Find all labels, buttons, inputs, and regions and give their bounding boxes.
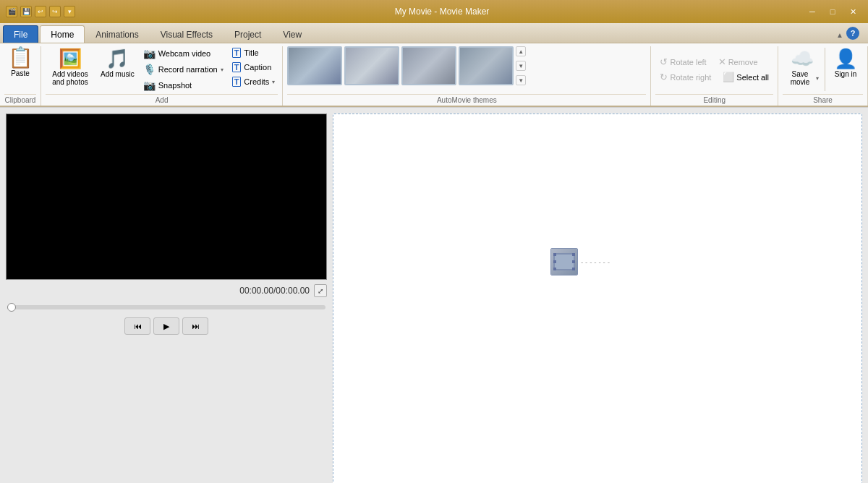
timeline-panel[interactable]: - - - - - - - <box>333 114 862 483</box>
microphone-icon: 🎙️ <box>143 64 156 75</box>
record-narration-button[interactable]: 🎙️ Record narration ▾ <box>140 62 226 77</box>
rotate-left-icon: ↺ <box>660 56 668 67</box>
forward-button[interactable]: ⏭ <box>182 317 208 335</box>
save-movie-button[interactable]: ☁️ Save movie ▾ <box>783 46 822 87</box>
svg-rect-4 <box>553 268 556 270</box>
undo-icon[interactable]: ↩ <box>35 6 46 17</box>
timeline-thumb-image <box>551 249 577 275</box>
remove-icon: ✕ <box>718 56 726 67</box>
redo-icon[interactable]: ↪ <box>49 6 61 17</box>
ribbon-content: 📋 Paste Clipboard 🖼️ Add videos and phot… <box>0 43 868 107</box>
help-button[interactable]: ? <box>846 27 859 40</box>
add-text-buttons: T Title T Caption T Credits ▾ <box>229 46 278 88</box>
seekbar-container <box>6 302 327 312</box>
snapshot-button[interactable]: 📷 Snapshot <box>140 78 226 93</box>
svg-rect-3 <box>553 260 556 263</box>
rotate-left-button[interactable]: ↺ Rotate left <box>655 55 710 69</box>
clipboard-group: 📋 Paste Clipboard <box>0 46 41 106</box>
caption-icon: T <box>232 62 242 72</box>
play-icon: ▶ <box>163 322 169 331</box>
quick-save-icon[interactable]: 💾 <box>20 6 32 17</box>
film-strip-icon <box>553 253 575 270</box>
share-group: ☁️ Save movie ▾ 👤 Sign in Share <box>778 46 868 106</box>
theme-scroll-down[interactable]: ▼ <box>516 61 526 71</box>
add-group: 🖼️ Add videos and photos 🎵 Add music 📷 W… <box>41 46 283 106</box>
paste-icon: 📋 <box>8 48 33 68</box>
caption-button[interactable]: T Caption <box>229 61 278 74</box>
editing-group: ↺ Rotate left ✕ Remove ↻ Rotate right ⬜ <box>651 46 778 106</box>
save-movie-dropdown[interactable]: ▾ <box>816 75 819 82</box>
select-all-button[interactable]: ⬜ Select all <box>718 70 773 84</box>
tab-home[interactable]: Home <box>40 25 85 43</box>
credits-icon: T <box>232 77 242 87</box>
rewind-button[interactable]: ⏮ <box>124 317 150 335</box>
tab-animations[interactable]: Animations <box>85 25 149 43</box>
tab-project[interactable]: Project <box>224 25 272 43</box>
play-button[interactable]: ▶ <box>153 317 179 335</box>
app-icon: 🎬 <box>6 6 17 17</box>
theme-3[interactable] <box>401 46 456 85</box>
save-movie-icon: ☁️ <box>791 48 814 70</box>
theme-4[interactable] <box>459 46 514 85</box>
expand-button[interactable]: ⤢ <box>314 284 327 297</box>
rotate-right-icon: ↻ <box>660 72 668 82</box>
credits-button[interactable]: T Credits ▾ <box>229 75 278 88</box>
title-button[interactable]: T Title <box>229 46 278 59</box>
theme-more-button[interactable]: ▼ <box>516 75 526 85</box>
time-code: 00:00.00/00:00.00 <box>239 286 310 296</box>
webcam-icon: 📷 <box>143 48 156 59</box>
close-button[interactable]: ✕ <box>843 4 862 19</box>
svg-rect-7 <box>572 268 575 270</box>
preview-panel: 00:00.00/00:00.00 ⤢ ⏮ ▶ ⏭ <box>0 108 333 483</box>
tab-bar: File Home Animations Visual Effects Proj… <box>0 23 868 43</box>
svg-rect-1 <box>555 255 574 269</box>
webcam-video-button[interactable]: 📷 Webcam video <box>140 46 226 61</box>
timeline-thumb[interactable] <box>550 248 578 275</box>
main-area: 00:00.00/00:00.00 ⤢ ⏮ ▶ ⏭ <box>0 108 868 483</box>
playback-controls: ⏮ ▶ ⏭ <box>6 315 327 338</box>
minimize-button[interactable]: ─ <box>803 4 822 19</box>
add-videos-button[interactable]: 🖼️ Add videos and photos <box>46 46 95 87</box>
svg-rect-5 <box>572 253 575 256</box>
timeline-item: - - - - - - - <box>550 248 610 275</box>
tab-file[interactable]: File <box>3 25 38 43</box>
time-display: 00:00.00/00:00.00 ⤢ <box>6 283 327 299</box>
ribbon: File Home Animations Visual Effects Proj… <box>0 23 868 108</box>
automovie-group: ▲ ▼ ▼ AutoMovie themes <box>283 46 651 106</box>
sign-in-icon: 👤 <box>834 48 857 70</box>
record-narration-dropdown[interactable]: ▾ <box>221 67 224 73</box>
svg-rect-2 <box>553 253 556 256</box>
title-icon: T <box>232 48 242 58</box>
titlebar: 🎬 💾 ↩ ↪ ▾ My Movie - Movie Maker ─ □ ✕ <box>0 0 868 23</box>
timeline-label: - - - - - - - <box>581 258 610 266</box>
rewind-icon: ⏮ <box>134 322 142 330</box>
rotate-right-button[interactable]: ↻ Rotate right <box>655 70 715 84</box>
theme-1[interactable] <box>287 46 342 85</box>
add-videos-icon: 🖼️ <box>59 48 82 70</box>
select-all-icon: ⬜ <box>723 72 734 82</box>
dropdown-icon[interactable]: ▾ <box>64 6 75 17</box>
paste-button[interactable]: 📋 Paste <box>4 46 36 79</box>
snapshot-icon: 📷 <box>143 80 156 91</box>
credits-dropdown[interactable]: ▾ <box>272 79 275 85</box>
video-screen <box>6 114 327 280</box>
svg-rect-6 <box>572 260 575 263</box>
add-small-buttons: 📷 Webcam video 🎙️ Record narration ▾ 📷 S… <box>140 46 226 93</box>
tab-visual-effects[interactable]: Visual Effects <box>150 25 224 43</box>
share-separator <box>825 48 825 91</box>
seekbar[interactable] <box>7 305 326 309</box>
remove-button[interactable]: ✕ Remove <box>714 55 762 69</box>
sign-in-button[interactable]: 👤 Sign in <box>828 46 863 80</box>
theme-scroll-up[interactable]: ▲ <box>516 46 526 56</box>
ribbon-collapse-btn[interactable]: ▲ <box>836 31 843 39</box>
add-music-icon: 🎵 <box>106 48 129 70</box>
forward-icon: ⏭ <box>192 322 200 330</box>
tab-view[interactable]: View <box>272 25 312 43</box>
maximize-button[interactable]: □ <box>823 4 842 19</box>
window-title: My Movie - Movie Maker <box>81 7 803 17</box>
theme-2[interactable] <box>344 46 399 85</box>
add-music-button[interactable]: 🎵 Add music <box>98 46 137 80</box>
